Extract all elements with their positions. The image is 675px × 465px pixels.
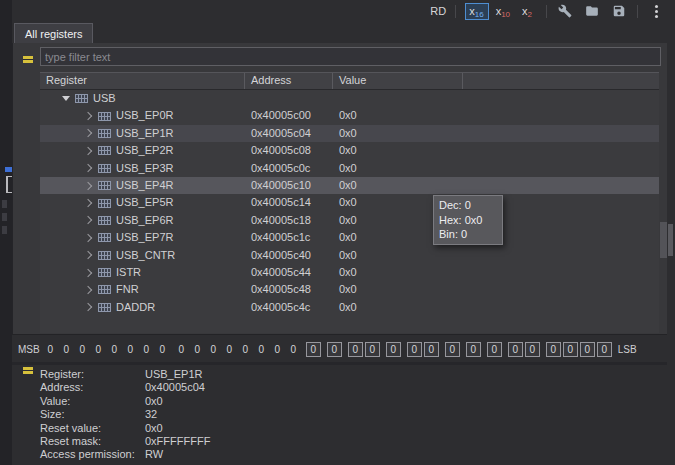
bit-cell[interactable]: 0 [407,342,422,357]
table-row[interactable]: USB_EP4R 0x40005c10 0x0 [40,177,659,194]
bit-cell[interactable]: 0 [445,342,460,357]
register-value[interactable]: 0x0 [333,142,659,159]
table-row[interactable]: USB_EP2R 0x40005c08 0x0 [40,142,659,159]
chevron-icon[interactable] [83,107,95,124]
chevron-icon[interactable] [60,90,72,107]
table-row[interactable]: USB_EP0R 0x40005c00 0x0 [40,107,659,124]
chevron-icon[interactable] [83,247,95,264]
filter-input[interactable] [40,47,661,66]
register-address: 0x40005c44 [245,264,333,281]
table-row[interactable]: USB_EP7R 0x40005c1c 0x0 [40,229,659,246]
tab-all-registers[interactable]: All registers [14,23,93,43]
chevron-icon[interactable] [83,160,95,177]
bit-cell[interactable]: 0 [223,342,236,357]
table-row[interactable]: USB_CNTR 0x40005c40 0x0 [40,247,659,264]
bit-cell[interactable]: 0 [76,342,89,357]
table-row[interactable]: FNR 0x40005c48 0x0 [40,281,659,298]
bit-cell[interactable]: 0 [327,342,342,357]
register-name: FNR [116,281,139,298]
bit-cell[interactable]: 0 [386,342,401,357]
change-marker [23,367,33,374]
window-scrollbar[interactable] [667,43,675,465]
register-name: USB_EP4R [116,177,173,194]
register-value[interactable]: 0x0 [333,177,659,194]
register-name-cell: FNR [40,281,245,298]
bit-cell[interactable]: 0 [466,342,481,357]
bit-cell[interactable]: 0 [348,342,363,357]
register-value[interactable]: 0x0 [333,247,659,264]
bit-cell[interactable]: 0 [124,342,137,357]
bit-cell[interactable]: 0 [563,342,578,357]
table-scrollbar-thumb[interactable] [660,222,667,258]
table-row[interactable]: USB_EP6R 0x40005c18 0x0 [40,212,659,229]
register-value[interactable]: 0x0 [333,264,659,281]
register-value[interactable]: 0x0 [333,107,659,124]
register-name-cell: USB_EP6R [40,212,245,229]
bit-cell[interactable]: 0 [255,342,268,357]
bit-cell[interactable]: 0 [207,342,220,357]
table-row[interactable]: USB_EP3R 0x40005c0c 0x0 [40,160,659,177]
register-name: USB [93,90,116,107]
radix-toggle-button[interactable]: x 2 [518,3,537,20]
chevron-icon[interactable] [83,299,95,316]
bit-cell[interactable]: 0 [60,342,73,357]
bit-cell[interactable]: 0 [271,342,284,357]
register-name: USB_EP1R [116,125,173,142]
export-button[interactable] [610,2,628,20]
bit-cell[interactable]: 0 [546,342,561,357]
bit-cell[interactable]: 0 [287,342,300,357]
chevron-icon[interactable] [83,264,95,281]
bit-cell[interactable]: 0 [365,342,380,357]
bit-cell[interactable]: 0 [580,342,595,357]
table-row[interactable]: USB_EP1R 0x40005c04 0x0 [40,125,659,142]
settings-button[interactable] [556,2,574,20]
bit-cell[interactable]: 0 [487,342,502,357]
table-row[interactable]: USB_EP5R 0x40005c14 0x0 [40,194,659,211]
bit-cell[interactable]: 0 [597,342,612,357]
register-address: 0x40005c48 [245,281,333,298]
table-row[interactable]: USB [40,90,659,107]
table-row[interactable]: DADDR 0x40005c4c 0x0 [40,299,659,316]
bit-cell[interactable]: 0 [108,342,121,357]
register-value[interactable]: 0x0 [333,299,659,316]
column-header-value[interactable]: Value [333,73,463,89]
bit-cell[interactable]: 0 [239,342,252,357]
chevron-icon[interactable] [83,177,95,194]
overflow-menu-icon [655,10,658,13]
bit-cell[interactable]: 0 [156,342,169,357]
bit-cell[interactable]: 0 [92,342,105,357]
chevron-icon[interactable] [83,281,95,298]
register-value[interactable]: 0x0 [333,281,659,298]
bit-cell[interactable]: 0 [44,342,57,357]
radix-toggle-button[interactable]: x 10 [492,3,515,20]
radix-toggle-button[interactable]: x 16 [465,3,488,20]
column-header-register[interactable]: Register [40,73,245,89]
table-scrollbar[interactable] [660,72,667,333]
bit-cell[interactable]: 0 [306,342,321,357]
register-value[interactable]: 0x0 [333,160,659,177]
import-button[interactable] [583,2,601,20]
register-icon [98,146,111,155]
lsb-label: LSB [618,344,637,355]
register-address: 0x40005c1c [245,229,333,246]
chevron-icon[interactable] [83,125,95,142]
window-scrollbar-thumb[interactable] [668,224,673,256]
table-row[interactable]: ISTR 0x40005c44 0x0 [40,264,659,281]
bit-cell[interactable]: 0 [508,342,523,357]
column-header-address[interactable]: Address [245,73,333,89]
bit-cell[interactable]: 0 [525,342,540,357]
bit-cell[interactable]: 0 [191,342,204,357]
bit-cell[interactable]: 0 [175,342,188,357]
tab-bar: All registers [12,22,675,43]
chevron-icon[interactable] [83,142,95,159]
register-value[interactable] [333,90,659,107]
chevron-icon[interactable] [83,229,95,246]
chevron-icon[interactable] [83,212,95,229]
register-value[interactable]: 0x0 [333,125,659,142]
bit-cell[interactable]: 0 [424,342,439,357]
chevron-icon[interactable] [83,194,95,211]
view-menu-button[interactable] [647,2,665,20]
bit-cell[interactable]: 0 [140,342,153,357]
folder-icon [585,4,599,18]
detail-row: Access permission: RW [40,448,667,461]
